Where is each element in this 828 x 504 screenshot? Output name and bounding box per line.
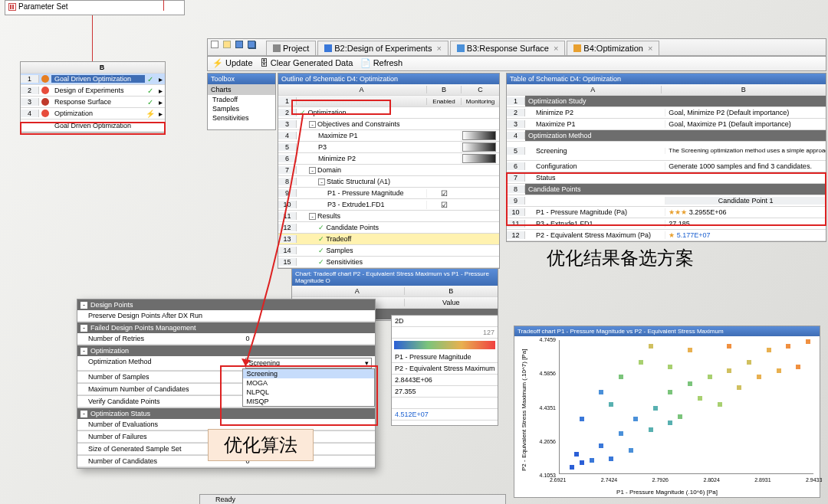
scatter-point [668, 421, 672, 425]
table-row-10[interactable]: 10 P1 - Pressure Magnitude (Pa) ★★★ 3.29… [507, 207, 826, 218]
scatter-point [718, 402, 722, 407]
scatter-point [649, 344, 653, 349]
outline-row-6[interactable]: 6Minimize P2 [278, 153, 499, 165]
scatter-point [668, 390, 672, 394]
new-icon[interactable] [211, 41, 219, 48]
tab-2[interactable]: B3:Response Surface× [450, 41, 565, 56]
toolbox-item[interactable]: Sensitivities [208, 113, 275, 123]
annotation-result: 优化结果备选方案 [531, 243, 709, 273]
props-row[interactable]: Number of Retries0 [77, 333, 375, 345]
scatter-point [619, 431, 623, 436]
outline-row-11[interactable]: 11-Results [278, 211, 499, 222]
scatter-point [688, 348, 692, 352]
props-row[interactable]: Optimization Method Screening▾ Screening… [77, 356, 375, 371]
outline-row-2[interactable]: 2✓ Optimization [278, 107, 499, 119]
scatter-point [678, 414, 682, 419]
scatter-point [639, 360, 643, 365]
status-ready: Ready [200, 496, 235, 503]
scatter-point [609, 402, 613, 407]
scatter-point [727, 368, 731, 373]
scatter-point [668, 365, 672, 369]
schematic-row-2[interactable]: 2 Design of Experiments ✓ ▸ [21, 85, 165, 97]
scatter-point [580, 417, 584, 421]
module-icon [41, 87, 49, 94]
tradeoff-title: Chart: Tradeoff chart P2 - Equivalent St… [292, 269, 498, 286]
toolbox-item[interactable]: Samples [208, 104, 275, 113]
close-icon[interactable]: × [436, 44, 441, 53]
outline-row-5[interactable]: 5P3 [278, 142, 499, 153]
props-row[interactable]: Preserve Design Points After DX Run [77, 310, 375, 322]
outline-row-4[interactable]: 4Maximize P1 [278, 130, 499, 142]
tab-icon [273, 44, 281, 52]
table-group: 1Optimization Study [507, 96, 826, 107]
schematic-row-3[interactable]: 3 Response Surface ✓ ▸ [21, 97, 165, 108]
scatter-point [786, 344, 790, 349]
close-icon[interactable]: × [648, 44, 652, 53]
table-title: Table of Schematic D4: Optimization [507, 74, 826, 84]
dropdown-item[interactable]: Screening [243, 369, 374, 378]
table-row-6[interactable]: 6 Configuration Generate 1000 samples an… [507, 161, 826, 172]
table-row-9[interactable]: 9 Candidate Point 1 [507, 195, 826, 207]
clear-btn[interactable]: 🗄 Clear Generated Data [260, 58, 353, 67]
scatter-point [633, 417, 638, 421]
outline-row-9[interactable]: 9P1 - Pressure Magnitude☑ [278, 188, 499, 199]
outline-row-3[interactable]: 3-Objectives and Constraints [278, 119, 499, 130]
outline-title: Outline of Schematic D4: Optimization [278, 74, 499, 84]
tab-1[interactable]: B2:Design of Experiments× [317, 41, 449, 56]
dropdown-item[interactable]: MOGA [243, 378, 374, 388]
outline-row-15[interactable]: 15✓ Sensitivities [278, 257, 499, 268]
scatter-point [599, 443, 603, 448]
table-row-3[interactable]: 3 Maximize P1 Goal, Maximize P1 (Default… [507, 119, 826, 130]
toolbox-title: Toolbox [208, 74, 275, 84]
scatter-point [757, 375, 761, 379]
scatter-point [747, 360, 751, 365]
toolbox-section: Charts [208, 84, 275, 95]
outline-row-13[interactable]: 13✓ Tradeoff [278, 234, 499, 245]
table-group: 8Candidate Points [507, 184, 826, 195]
saveall-icon[interactable] [248, 41, 255, 48]
table-row-2[interactable]: 2 Minimize P2 Goal, Minimize P2 (Default… [507, 107, 826, 119]
scatter-point [688, 381, 692, 386]
outline-row-8[interactable]: 8-Static Structural (A1) [278, 176, 499, 188]
props-section: -Optimization [77, 345, 375, 356]
table-row-11[interactable]: 11 P3 - Extrude1.FD1 27.185 [507, 218, 826, 230]
module-icon [41, 75, 49, 83]
table-row-5[interactable]: 5 Screening The Screening optimization m… [507, 142, 826, 161]
refresh-btn[interactable]: 📄 Refresh [360, 58, 403, 67]
tab-icon [573, 44, 581, 52]
table-row-7[interactable]: 7 Status [507, 172, 826, 184]
dropdown-item[interactable]: NLPQL [243, 388, 374, 397]
tab-0[interactable]: Project [266, 41, 316, 56]
scatter-point [574, 452, 579, 457]
dropdown-item[interactable]: MISQP [243, 397, 374, 406]
annotation-algo: 优化算法 [208, 429, 314, 461]
open-icon[interactable] [223, 41, 231, 48]
outline-row-10[interactable]: 10P3 - Extrude1.FD1☑ [278, 199, 499, 211]
update-btn[interactable]: ⚡ Update [212, 58, 253, 67]
tab-icon [457, 44, 465, 52]
gradient-slider[interactable] [394, 341, 495, 349]
scatter-point [590, 458, 594, 463]
schematic-row-1[interactable]: 1 Goal Driven Optimization ✓ ▸ [21, 74, 165, 85]
outline-row-14[interactable]: 14✓ Samples [278, 245, 499, 257]
scatter-point [727, 344, 731, 349]
scatter-point [619, 375, 623, 379]
tab-icon [324, 44, 332, 52]
outline-row-7[interactable]: 7-Domain [278, 165, 499, 176]
parameter-set-label: Parameter Set [18, 2, 67, 11]
scatter-point [796, 365, 800, 369]
scatter-title: Tradeoff chart P1 - Pressure Magnitude v… [514, 326, 820, 336]
tab-3[interactable]: B4:Optimization× [567, 41, 659, 56]
scatter-point [609, 457, 613, 461]
scatter-point [629, 448, 633, 453]
toolbox-item[interactable]: Tradeoff [208, 95, 275, 104]
scatter-point [806, 339, 810, 344]
props-section: -Optimization Status [77, 408, 375, 419]
table-row-12[interactable]: 12 P2 - Equivalent Stress Maximum (Pa) ★… [507, 230, 826, 241]
close-icon[interactable]: × [554, 44, 558, 53]
module-icon [41, 110, 49, 117]
props-section: -Design Points [77, 299, 375, 310]
save-icon[interactable] [235, 41, 243, 48]
schematic-row-4[interactable]: 4 Optimization ⚡ ▸ [21, 108, 165, 119]
outline-row-12[interactable]: 12✓ Candidate Points [278, 222, 499, 234]
